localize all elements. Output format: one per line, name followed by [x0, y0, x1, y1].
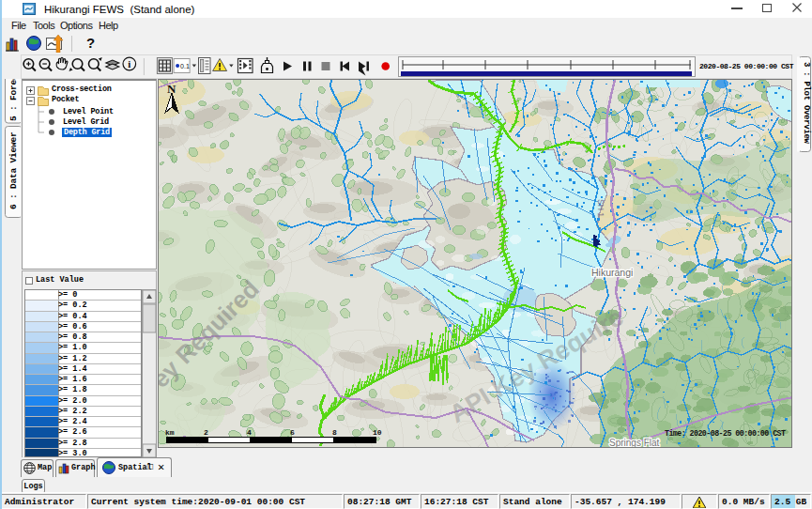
svg-text:5 : Forecast: 5 : Forecast: [8, 79, 19, 121]
svg-text:Hikurangi: Hikurangi: [591, 267, 633, 278]
svg-text:Time: 2020-08-25 00:00:00 CST: Time: 2020-08-25 00:00:00 CST: [665, 429, 786, 438]
svg-text:i: i: [128, 58, 130, 69]
svg-text:Springs Flat: Springs Flat: [609, 438, 660, 448]
svg-text:3 : Plot Overview: 3 : Plot Overview: [802, 62, 811, 145]
svg-text:8: 8: [332, 428, 337, 437]
svg-text:6 : Data Viewer: 6 : Data Viewer: [8, 131, 19, 209]
svg-text:km: km: [165, 428, 175, 437]
svg-text:0.1: 0.1: [180, 63, 190, 69]
svg-text:6: 6: [290, 428, 295, 437]
svg-text:SH 1: SH 1: [596, 199, 605, 217]
svg-text:4: 4: [247, 428, 252, 437]
svg-text:2: 2: [204, 428, 208, 437]
svg-text:10: 10: [373, 428, 382, 437]
